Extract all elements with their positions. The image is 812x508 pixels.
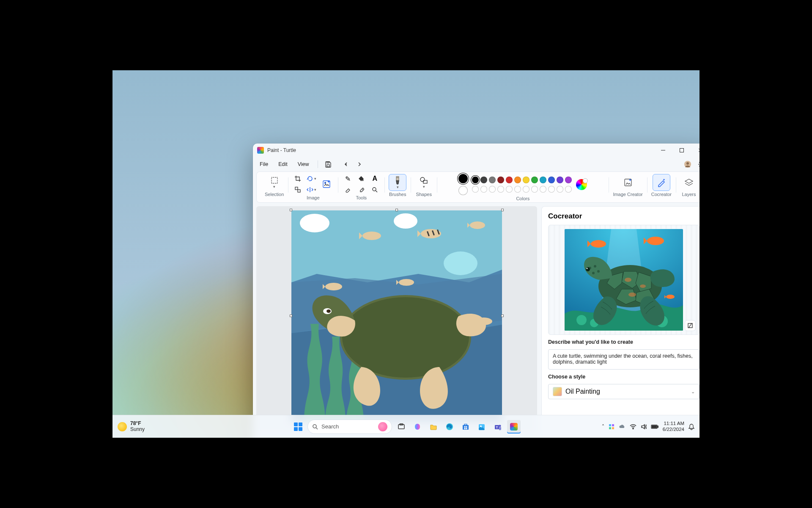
color-swatch-empty[interactable] xyxy=(557,186,563,193)
rotate-tool[interactable]: ▾ xyxy=(306,174,317,183)
clock-date: 6/22/2024 xyxy=(663,427,684,432)
color-swatch[interactable] xyxy=(523,177,529,183)
wifi-icon[interactable] xyxy=(630,424,636,429)
color-primary[interactable] xyxy=(458,174,468,183)
color-swatch[interactable] xyxy=(514,177,521,183)
magnifier-tool[interactable] xyxy=(369,185,380,194)
taskbar: 78°F Sunny Search T ˄ xyxy=(112,415,700,438)
color-swatch-empty[interactable] xyxy=(548,186,555,193)
save-button[interactable] xyxy=(322,158,334,170)
cocreator-preview xyxy=(548,225,700,335)
color-swatch-empty[interactable] xyxy=(480,186,487,193)
color-swatch[interactable] xyxy=(472,177,479,183)
prompt-input[interactable]: A cute turtle, swimming under the ocean,… xyxy=(548,349,700,370)
ribbon-group-selection: ▾ Selection xyxy=(261,174,288,201)
svg-rect-86 xyxy=(466,428,467,429)
tray-copilot-icon[interactable] xyxy=(609,424,614,430)
chevron-down-icon: ⌄ xyxy=(691,389,695,395)
user-drawing xyxy=(291,210,502,421)
layers-button[interactable] xyxy=(680,174,698,191)
color-swatch[interactable] xyxy=(548,177,555,183)
menu-file[interactable]: File xyxy=(255,160,272,169)
color-swatch-empty[interactable] xyxy=(497,186,504,193)
color-swatch-empty[interactable] xyxy=(565,186,572,193)
svg-point-16 xyxy=(420,177,425,182)
user-account-icon[interactable] xyxy=(682,158,694,170)
style-value: Oil Painting xyxy=(565,388,600,395)
image-generate-tool[interactable] xyxy=(319,176,334,193)
task-view-button[interactable] xyxy=(395,420,408,433)
shapes-dropdown[interactable]: ▾ xyxy=(415,174,433,191)
image-creator-button[interactable] xyxy=(619,174,637,191)
color-swatch[interactable] xyxy=(540,177,546,183)
color-swatch-empty[interactable] xyxy=(523,186,529,193)
color-swatch-empty[interactable] xyxy=(506,186,513,193)
svg-point-42 xyxy=(342,297,469,378)
weather-widget[interactable]: 78°F Sunny xyxy=(118,421,145,432)
photos-button[interactable] xyxy=(475,420,488,433)
explorer-button[interactable] xyxy=(427,420,440,433)
canvas[interactable] xyxy=(291,210,502,421)
copilot-button[interactable] xyxy=(411,420,424,433)
ribbon-label-image-creator: Image Creator xyxy=(613,192,642,197)
battery-icon[interactable] xyxy=(651,425,658,429)
color-swatch-empty[interactable] xyxy=(531,186,538,193)
expand-preview-button[interactable] xyxy=(685,320,696,331)
color-swatch[interactable] xyxy=(531,177,538,183)
svg-point-64 xyxy=(628,293,636,297)
color-swatch[interactable] xyxy=(565,177,572,183)
brushes-dropdown[interactable]: ▾ xyxy=(389,174,406,191)
svg-point-34 xyxy=(399,279,414,286)
svg-rect-1 xyxy=(680,149,684,152)
menu-view[interactable]: View xyxy=(294,160,313,169)
svg-point-44 xyxy=(326,309,331,313)
edge-button[interactable] xyxy=(443,420,456,433)
resize-tool[interactable] xyxy=(292,185,303,194)
ribbon-group-brushes: ▾ Brushes xyxy=(384,174,411,201)
flip-tool[interactable]: ▾ xyxy=(306,185,317,194)
eraser-tool[interactable] xyxy=(342,185,353,194)
ribbon-label-layers: Layers xyxy=(682,192,696,197)
color-picker-tool[interactable] xyxy=(356,185,367,194)
color-swatch[interactable] xyxy=(497,177,504,183)
tray-overflow-button[interactable]: ˄ xyxy=(602,424,604,430)
color-swatch-empty[interactable] xyxy=(514,186,521,193)
fill-tool[interactable] xyxy=(356,174,367,183)
store-button[interactable] xyxy=(459,420,472,433)
color-swatch[interactable] xyxy=(480,177,487,183)
svg-rect-82 xyxy=(463,425,469,430)
pencil-tool[interactable]: ✎ xyxy=(342,174,353,183)
taskbar-search[interactable]: Search xyxy=(307,420,392,434)
color-secondary[interactable] xyxy=(458,186,468,195)
menu-edit[interactable]: Edit xyxy=(274,160,292,169)
notifications-button[interactable] xyxy=(689,423,694,430)
color-swatch-empty[interactable] xyxy=(472,186,479,193)
minimize-button[interactable] xyxy=(654,144,672,157)
edit-colors-button[interactable] xyxy=(576,179,587,190)
start-button[interactable] xyxy=(291,420,305,433)
svg-point-96 xyxy=(633,428,634,429)
maximize-button[interactable] xyxy=(672,144,691,157)
crop-tool[interactable] xyxy=(292,174,303,183)
selection-tool[interactable]: ▾ xyxy=(266,174,283,191)
teams-button[interactable]: T xyxy=(491,420,505,433)
clock[interactable]: 11:11 AM 6/22/2024 xyxy=(663,421,684,432)
color-swatch[interactable] xyxy=(489,177,496,183)
ribbon-label-tools: Tools xyxy=(356,195,367,200)
ribbon-label-colors: Colors xyxy=(516,196,529,201)
undo-button[interactable] xyxy=(340,158,352,170)
color-swatch[interactable] xyxy=(557,177,563,183)
paint-taskbar-button[interactable] xyxy=(507,420,521,433)
canvas-viewport[interactable] xyxy=(256,206,537,435)
color-swatch-empty[interactable] xyxy=(489,186,496,193)
redo-button[interactable] xyxy=(354,158,365,170)
color-swatch[interactable] xyxy=(506,177,513,183)
search-placeholder: Search xyxy=(321,423,375,430)
color-swatch-empty[interactable] xyxy=(540,186,546,193)
svg-point-78 xyxy=(313,425,316,428)
volume-icon[interactable] xyxy=(641,424,647,430)
style-dropdown[interactable]: Oil Painting ⌄ xyxy=(548,384,700,399)
text-tool[interactable]: A xyxy=(369,174,380,183)
cocreator-button[interactable] xyxy=(653,174,670,191)
onedrive-icon[interactable] xyxy=(619,424,625,429)
